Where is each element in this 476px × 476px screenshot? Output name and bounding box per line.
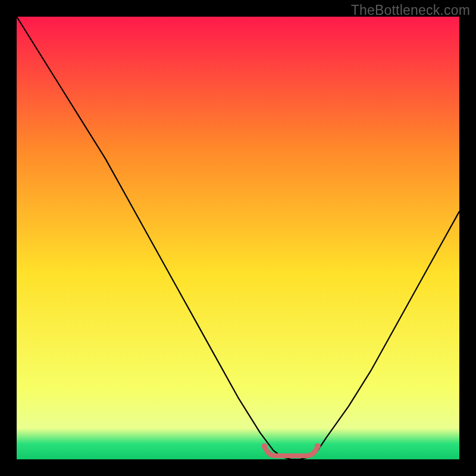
gradient-background (17, 17, 459, 459)
optimal-range-start-dot (262, 443, 268, 449)
plot-area (17, 17, 459, 459)
optimal-range-end-dot (315, 443, 321, 449)
chart-svg (17, 17, 459, 459)
chart-frame: TheBottleneck.com (0, 0, 476, 476)
watermark-text: TheBottleneck.com (351, 2, 470, 18)
